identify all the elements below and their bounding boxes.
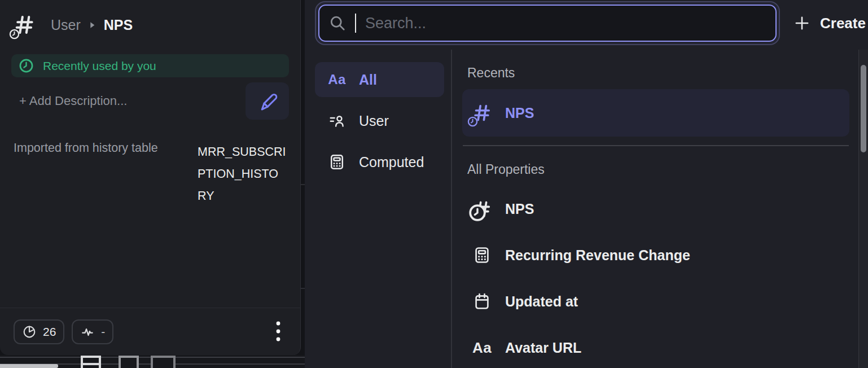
- recent-item-label: NPS: [505, 105, 534, 121]
- search-focus-ring: [315, 1, 780, 45]
- kebab-menu-icon: [276, 321, 280, 343]
- property-item-nps[interactable]: NPS: [462, 186, 849, 232]
- filter-tabs: Aa All User: [315, 62, 444, 179]
- panel-footer: 26 -: [0, 308, 300, 355]
- tab-user[interactable]: User: [315, 103, 444, 138]
- background-shape: [151, 356, 176, 368]
- clock-icon: [19, 58, 34, 73]
- chevron-right-icon: [89, 21, 96, 29]
- background-line: [301, 288, 305, 289]
- search-icon: [329, 15, 346, 32]
- all-properties-section-title: All Properties: [467, 162, 844, 177]
- count-value: 26: [43, 325, 56, 339]
- calendar-icon: [470, 292, 494, 310]
- background-bar: [0, 364, 58, 368]
- property-item-label: NPS: [505, 201, 534, 217]
- recently-used-badge: Recently used by you: [11, 54, 289, 77]
- plus-icon: [794, 15, 810, 32]
- property-item-recurring-revenue-change[interactable]: Recurring Revenue Change: [462, 232, 849, 278]
- property-item-avatar-url[interactable]: Aa Avatar URL: [462, 325, 849, 368]
- user-list-icon: [327, 112, 347, 129]
- tab-computed-label: Computed: [359, 154, 424, 170]
- search-input[interactable]: [365, 15, 766, 32]
- property-details-panel: User NPS Recently used by you + Add Desc…: [0, 0, 301, 355]
- scrollbar-track[interactable]: [858, 50, 868, 368]
- calculator-icon: [470, 246, 494, 264]
- text-type-icon: Aa: [327, 72, 347, 87]
- text-type-icon: Aa: [470, 339, 494, 357]
- app-root: User NPS Recently used by you + Add Desc…: [0, 0, 868, 368]
- pencil-icon: [257, 91, 278, 111]
- tab-computed[interactable]: Computed: [315, 144, 444, 179]
- property-search-modal: Create Aa All User: [305, 0, 868, 368]
- breadcrumb-current: NPS: [104, 17, 133, 33]
- scrollbar-thumb[interactable]: [861, 65, 866, 152]
- description-row: + Add Description...: [11, 82, 289, 120]
- trend-value: -: [101, 325, 105, 339]
- imported-from-label: Imported from history table: [14, 141, 158, 207]
- property-item-updated-at[interactable]: Updated at: [462, 278, 849, 325]
- breadcrumb: User NPS: [51, 17, 133, 33]
- imported-from-value: MRR_SUBSCRIPTION_HISTORY: [198, 141, 287, 207]
- recent-item-nps[interactable]: NPS: [462, 89, 849, 137]
- property-item-label: Recurring Revenue Change: [505, 247, 690, 264]
- search-bar[interactable]: [318, 5, 777, 42]
- background-content: [0, 355, 305, 368]
- recently-used-label: Recently used by you: [43, 59, 156, 73]
- trend-button[interactable]: -: [72, 319, 113, 344]
- results-list: Recents NPS All Properties: [462, 50, 849, 368]
- edit-button[interactable]: [246, 82, 289, 120]
- background-line: [301, 184, 305, 185]
- pie-chart-icon: [22, 325, 37, 339]
- calculator-icon: [327, 154, 347, 170]
- properties-group: NPS Recurring Revenue Change: [462, 186, 849, 368]
- create-button[interactable]: Create: [794, 11, 866, 35]
- add-description-button[interactable]: + Add Description...: [11, 94, 127, 108]
- tab-all-label: All: [359, 72, 377, 88]
- distribution-count-button[interactable]: 26: [14, 319, 64, 344]
- tab-user-label: User: [359, 113, 389, 129]
- numeric-property-clock-icon: [470, 100, 494, 125]
- modal-body: Aa All User: [305, 50, 868, 368]
- create-button-label: Create: [820, 15, 866, 32]
- more-options-button[interactable]: [270, 319, 287, 345]
- panel-header: User NPS: [11, 10, 289, 40]
- background-shape: [119, 356, 139, 368]
- section-divider: [463, 145, 849, 146]
- property-item-label: Avatar URL: [505, 340, 581, 356]
- numeric-property-clock-icon: [11, 12, 37, 38]
- tab-all[interactable]: Aa All: [315, 62, 444, 97]
- property-item-label: Updated at: [505, 293, 578, 310]
- background-shape: [81, 356, 101, 368]
- activity-icon: [80, 325, 95, 339]
- vertical-divider: [451, 50, 452, 368]
- breadcrumb-parent[interactable]: User: [51, 17, 81, 33]
- imported-from-row: Imported from history table MRR_SUBSCRIP…: [11, 141, 289, 207]
- recents-section-title: Recents: [467, 65, 844, 81]
- numeric-property-clock-icon: [470, 198, 494, 220]
- text-cursor: [355, 14, 356, 33]
